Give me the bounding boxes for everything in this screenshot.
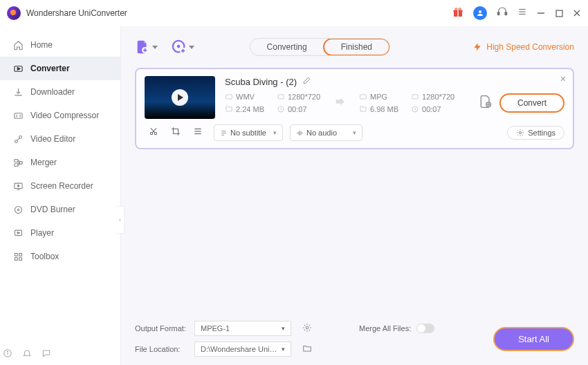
svg-rect-34 (19, 257, 21, 260)
minimize-button[interactable] (537, 9, 545, 17)
svg-rect-22 (14, 163, 17, 166)
close-button[interactable] (573, 9, 581, 17)
svg-rect-33 (15, 257, 17, 260)
tab-group: Converting Finished (250, 38, 390, 56)
svg-line-20 (17, 138, 19, 140)
video-thumbnail[interactable] (145, 76, 215, 119)
titlebar: Wondershare UniConverter (0, 0, 588, 26)
sidebar-item-label: Downloader (30, 87, 75, 97)
sidebar-item-label: Video Editor (30, 134, 75, 144)
edit-title-icon[interactable] (302, 76, 311, 87)
app-logo (7, 6, 21, 20)
maximize-button[interactable] (555, 9, 563, 17)
toolbox-icon (12, 251, 24, 262)
sidebar-item-label: Home (30, 40, 53, 50)
source-resolution: 1280*720 (288, 93, 320, 101)
svg-point-41 (177, 45, 181, 48)
svg-point-25 (17, 185, 19, 187)
tab-converting[interactable]: Converting (250, 39, 324, 55)
svg-rect-49 (360, 95, 367, 99)
converter-icon (12, 63, 24, 74)
sidebar-item-label: DVD Burner (30, 205, 75, 214)
arrow-icon (333, 96, 347, 110)
output-format-value: MPEG-1 (201, 324, 230, 333)
source-size: 2.24 MB (236, 105, 264, 113)
add-dvd-button[interactable] (172, 39, 194, 55)
recorder-icon (12, 180, 24, 191)
source-format: WMV (236, 93, 255, 101)
high-speed-conversion[interactable]: High Speed Conversion (472, 42, 574, 52)
settings-button[interactable]: Settings (507, 126, 564, 140)
open-folder-icon[interactable] (302, 344, 312, 355)
tab-finished[interactable]: Finished (323, 38, 390, 56)
sidebar-collapse[interactable]: ‹ (116, 206, 125, 234)
high-speed-label: High Speed Conversion (486, 42, 574, 52)
svg-point-67 (306, 326, 309, 329)
bottom-bar: Output Format: MPEG-1 ▾ Merge All Files:… (135, 315, 574, 365)
svg-point-27 (15, 206, 21, 213)
chevron-down-icon: ▾ (282, 346, 285, 353)
target-duration: 00:07 (422, 105, 441, 113)
trim-icon[interactable] (149, 127, 158, 139)
subtitle-dropdown[interactable]: No subtitle ▾ (214, 124, 283, 141)
svg-point-66 (520, 132, 522, 134)
svg-rect-12 (556, 10, 562, 17)
sidebar-item-label: Converter (30, 64, 70, 73)
svg-rect-21 (14, 159, 17, 162)
svg-marker-44 (475, 43, 481, 51)
svg-rect-2 (457, 10, 458, 16)
merge-toggle[interactable] (416, 324, 434, 333)
svg-marker-43 (189, 46, 194, 49)
chevron-down-icon: ▾ (282, 325, 285, 332)
svg-marker-39 (152, 46, 158, 49)
target-resolution: 1280*720 (422, 93, 454, 101)
sidebar-item-home[interactable]: Home (0, 33, 120, 57)
sidebar-item-dvd[interactable]: DVD Burner (0, 198, 120, 221)
convert-button[interactable]: Convert (499, 93, 564, 113)
svg-rect-45 (226, 95, 232, 99)
player-icon (12, 227, 24, 238)
menu-icon[interactable] (517, 7, 527, 19)
sidebar-item-editor[interactable]: Video Editor (0, 127, 120, 151)
editor-icon (12, 133, 24, 144)
sidebar-item-converter[interactable]: Converter (0, 57, 120, 80)
start-all-button[interactable]: Start All (493, 327, 574, 351)
svg-rect-31 (15, 253, 17, 256)
downloader-icon (12, 86, 24, 97)
statusbar (3, 348, 51, 361)
file-location-dropdown[interactable]: D:\Wondershare UniConverter ▾ (194, 341, 291, 357)
compressor-icon (12, 110, 24, 121)
audio-value: No audio (306, 129, 337, 137)
sidebar-item-recorder[interactable]: Screen Recorder (0, 174, 120, 198)
crop-icon[interactable] (171, 127, 181, 139)
svg-marker-30 (17, 232, 19, 234)
gift-icon[interactable] (452, 7, 463, 20)
merger-icon (12, 157, 24, 168)
output-format-dropdown[interactable]: MPEG-1 ▾ (194, 321, 291, 336)
dvd-icon (12, 204, 24, 215)
effect-icon[interactable] (193, 127, 203, 139)
info-icon[interactable] (3, 348, 12, 361)
support-icon[interactable] (497, 6, 508, 20)
file-settings-icon[interactable] (479, 95, 493, 111)
file-card: × Scuba Diving - (2) WMV 2.24 (135, 68, 574, 149)
sidebar-item-player[interactable]: Player (0, 221, 120, 245)
file-location-value: D:\Wondershare UniConverter (201, 345, 282, 353)
sidebar-item-downloader[interactable]: Downloader (0, 80, 120, 104)
svg-point-4 (459, 8, 461, 10)
bell-icon[interactable] (22, 348, 32, 361)
merge-label: Merge All Files: (359, 324, 411, 333)
sidebar-item-merger[interactable]: Merger (0, 151, 120, 174)
add-file-button[interactable] (135, 39, 158, 55)
home-icon (12, 39, 24, 50)
sidebar-item-toolbox[interactable]: Toolbox (0, 245, 120, 268)
target-format: MPG (370, 93, 387, 101)
feedback-icon[interactable] (42, 348, 51, 361)
svg-point-37 (7, 351, 8, 352)
sidebar-item-compressor[interactable]: Video Compressor (0, 104, 120, 127)
close-icon[interactable]: × (560, 73, 566, 84)
output-settings-icon[interactable] (302, 323, 312, 334)
audio-dropdown[interactable]: No audio ▾ (290, 124, 362, 141)
avatar-icon[interactable] (473, 6, 487, 20)
output-format-label: Output Format: (135, 324, 189, 333)
